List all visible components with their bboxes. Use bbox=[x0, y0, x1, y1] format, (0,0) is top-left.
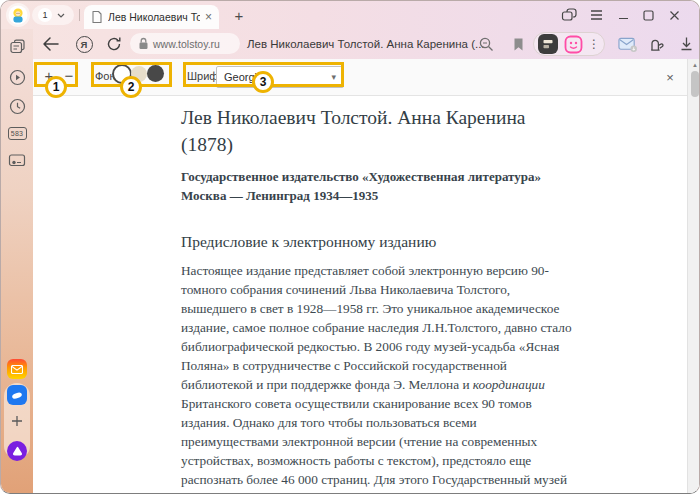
reviews-extension-button[interactable] bbox=[564, 35, 583, 54]
close-window-button[interactable] bbox=[664, 5, 684, 25]
play-icon bbox=[9, 69, 26, 86]
annotation-number-3: 3 bbox=[252, 71, 274, 93]
navigation-bar: Я www.tolstoy.ru Лев Николаевич Толстой.… bbox=[33, 29, 700, 59]
content-area: + − Фон Шрифт Georgia ▾ × Лев Николаевич… bbox=[33, 59, 700, 494]
mail-notifications-button[interactable] bbox=[618, 34, 638, 54]
maximize-button[interactable] bbox=[638, 5, 658, 25]
sidebar-history-button[interactable] bbox=[1, 94, 33, 118]
minimize-icon bbox=[618, 10, 629, 21]
close-icon bbox=[669, 10, 680, 21]
tab-count: 1 bbox=[38, 8, 52, 22]
panels-icon bbox=[9, 38, 26, 55]
article-section-heading: Предисловие к электронному изданию bbox=[181, 232, 572, 252]
scrollbar-thumb[interactable] bbox=[691, 71, 699, 97]
browser-menu-button[interactable] bbox=[586, 5, 606, 25]
tab-anna-karenina[interactable]: Лев Николаевич Толст × bbox=[84, 5, 219, 29]
alice-icon bbox=[11, 445, 24, 458]
sidebar: 583 bbox=[1, 29, 33, 494]
chevron-down-icon bbox=[57, 13, 65, 18]
tab-counter-dropdown[interactable]: 1 bbox=[32, 5, 74, 25]
refresh-button[interactable] bbox=[104, 34, 124, 54]
downloads-button[interactable] bbox=[676, 34, 696, 54]
annotation-number-1: 1 bbox=[45, 76, 67, 98]
scroll-up-icon[interactable]: ▲ bbox=[688, 62, 700, 68]
protect-gloves-icon bbox=[647, 36, 666, 53]
yandex-search-button[interactable]: Я bbox=[74, 34, 94, 54]
article-paragraph: Настоящее издание представляет собой эле… bbox=[181, 261, 572, 494]
tab-close-icon[interactable]: × bbox=[205, 11, 212, 23]
document-icon bbox=[91, 10, 103, 24]
paragraph-text: Настоящее издание представляет собой эле… bbox=[181, 263, 572, 392]
article-title: Лев Николаевич Толстой. Анна Каренина (1… bbox=[181, 104, 572, 158]
extensions-group: ⋮ bbox=[533, 32, 605, 56]
maximize-icon bbox=[643, 10, 654, 21]
clock-icon bbox=[9, 98, 26, 115]
minimize-button[interactable] bbox=[613, 5, 633, 25]
protect-button[interactable] bbox=[646, 34, 666, 54]
address-bar[interactable]: www.tolstoy.ru bbox=[130, 33, 240, 54]
profile-avatar[interactable] bbox=[6, 3, 30, 27]
paragraph-text: Британского совета осуществили сканирова… bbox=[181, 396, 572, 494]
sidebar-add-app-button[interactable] bbox=[7, 411, 27, 431]
article-page: Лев Николаевич Толстой. Анна Каренина (1… bbox=[33, 96, 687, 494]
vertical-scrollbar[interactable]: ▲ bbox=[687, 59, 700, 494]
refresh-icon bbox=[106, 36, 122, 52]
plus-icon bbox=[11, 415, 23, 427]
sidebar-screencast-button[interactable] bbox=[1, 148, 33, 172]
paragraph-italic: координации bbox=[473, 377, 545, 392]
annotation-number-2: 2 bbox=[120, 76, 142, 98]
download-icon bbox=[679, 36, 694, 52]
magnifier-icon bbox=[478, 36, 495, 53]
sidebar-player-button[interactable] bbox=[1, 65, 33, 89]
pink-smile-icon bbox=[564, 35, 583, 54]
talks-button[interactable] bbox=[559, 5, 579, 25]
screen-video-icon bbox=[8, 153, 26, 168]
arrow-left-icon bbox=[42, 36, 60, 52]
chat-bubbles-icon bbox=[561, 7, 578, 23]
disk-icon bbox=[10, 388, 24, 402]
lock-icon bbox=[138, 37, 149, 50]
new-tab-button[interactable]: + bbox=[229, 5, 249, 25]
page-title: Лев Николаевич Толстой. Анна Каренина (.… bbox=[247, 29, 485, 59]
avatar-icon bbox=[8, 5, 28, 25]
alice-assistant-button[interactable] bbox=[7, 441, 27, 461]
yandex-logo-icon: Я bbox=[76, 36, 93, 53]
extensions-more-icon[interactable]: ⋮ bbox=[588, 37, 600, 51]
hamburger-menu-icon bbox=[590, 10, 603, 20]
back-button[interactable] bbox=[41, 34, 61, 54]
tab-title: Лев Николаевич Толст bbox=[108, 11, 200, 23]
reader-mode-button[interactable] bbox=[538, 34, 558, 54]
url-text: www.tolstoy.ru bbox=[153, 38, 220, 50]
bookmark-button[interactable] bbox=[508, 34, 528, 54]
mail-envelope-icon bbox=[618, 36, 638, 53]
counter-badge: 583 bbox=[8, 127, 27, 140]
yandex-mail-app-icon[interactable] bbox=[7, 359, 27, 379]
find-on-page-button[interactable] bbox=[476, 34, 496, 54]
envelope-icon bbox=[11, 365, 23, 374]
sidebar-counter-button[interactable]: 583 bbox=[1, 121, 33, 145]
article-imprint: Государственное издательство «Художестве… bbox=[181, 167, 572, 205]
sidebar-panels-button[interactable] bbox=[1, 34, 33, 58]
reader-toolbar-close-button[interactable]: × bbox=[660, 67, 680, 87]
divider bbox=[79, 9, 80, 21]
yandex-disk-app-icon[interactable] bbox=[7, 385, 27, 405]
browser-window: 1 Лев Николаевич Толст × + bbox=[0, 0, 700, 494]
bookmark-flag-icon bbox=[512, 37, 525, 52]
tab-strip: 1 Лев Николаевич Толст × + bbox=[1, 1, 700, 29]
reader-mode-icon bbox=[542, 38, 554, 50]
